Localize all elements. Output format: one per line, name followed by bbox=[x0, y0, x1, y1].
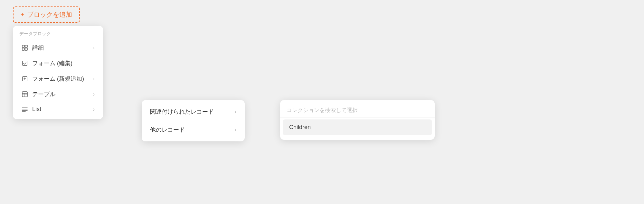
table-icon bbox=[21, 91, 28, 97]
submenu-item-related-records[interactable]: 関連付けられたレコード › bbox=[144, 103, 243, 121]
add-block-label: ブロックを追加 bbox=[27, 10, 72, 19]
submenu-item-related-records-label: 関連付けられたレコード bbox=[150, 108, 214, 116]
menu-item-detail-left: 詳細 bbox=[21, 44, 44, 52]
menu-item-form-add-left: フォーム (新規追加) bbox=[21, 75, 84, 83]
chevron-icon-list: › bbox=[93, 107, 95, 112]
menu-item-table-left: テーブル bbox=[21, 90, 55, 98]
menu-item-form-add-label: フォーム (新規追加) bbox=[32, 75, 84, 83]
svg-rect-6 bbox=[22, 92, 27, 97]
svg-rect-2 bbox=[22, 48, 24, 50]
svg-rect-4 bbox=[23, 61, 27, 66]
list-icon bbox=[21, 107, 28, 112]
collection-item-children-label: Children bbox=[289, 124, 311, 131]
submenu-level2: コレクションを検索して選択 Children bbox=[280, 100, 435, 140]
chevron-icon-form-add: › bbox=[93, 76, 95, 82]
chevron-icon-other: › bbox=[235, 127, 236, 133]
submenu-level1: 関連付けられたレコード › 他のレコード › bbox=[142, 100, 245, 141]
edit-icon-1 bbox=[21, 60, 28, 66]
svg-rect-1 bbox=[25, 45, 27, 47]
menu-category-label: データブロック bbox=[13, 31, 103, 40]
menu-item-detail-label: 詳細 bbox=[32, 44, 44, 52]
menu-item-table[interactable]: テーブル › bbox=[15, 87, 101, 102]
collection-search-placeholder: コレクションを検索して選択 bbox=[280, 103, 435, 117]
menu-item-form-edit-left: フォーム (編集) bbox=[21, 59, 72, 67]
menu-item-form-add[interactable]: フォーム (新規追加) › bbox=[15, 71, 101, 87]
menu-item-list-label: List bbox=[32, 106, 41, 113]
chevron-icon-detail: › bbox=[93, 45, 95, 51]
menu-item-form-edit[interactable]: フォーム (編集) bbox=[15, 56, 101, 71]
add-block-button[interactable]: + ブロックを追加 bbox=[13, 6, 80, 23]
main-dropdown-menu: データブロック 詳細 › フォーム (編集) bbox=[13, 26, 103, 119]
submenu-item-other-records-label: 他のレコード bbox=[150, 126, 185, 134]
menu-item-list[interactable]: List › bbox=[15, 102, 101, 117]
chevron-icon-related: › bbox=[235, 109, 236, 115]
menu-item-detail[interactable]: 詳細 › bbox=[15, 40, 101, 56]
svg-rect-0 bbox=[22, 45, 24, 47]
svg-rect-3 bbox=[25, 48, 27, 50]
menu-item-list-left: List bbox=[21, 106, 41, 113]
edit-icon-2 bbox=[21, 76, 28, 82]
collection-item-children[interactable]: Children bbox=[283, 119, 432, 135]
submenu-item-other-records[interactable]: 他のレコード › bbox=[144, 121, 243, 139]
menu-item-table-label: テーブル bbox=[32, 90, 55, 98]
chevron-icon-table: › bbox=[93, 91, 95, 97]
grid-icon bbox=[21, 45, 28, 51]
menu-item-form-edit-label: フォーム (編集) bbox=[32, 59, 72, 67]
plus-icon: + bbox=[21, 11, 24, 18]
